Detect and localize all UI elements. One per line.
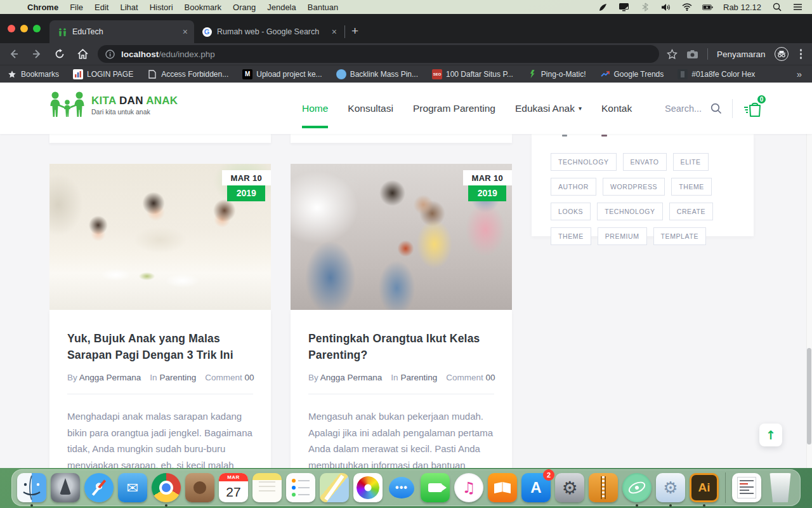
dock-chrome[interactable] [150,472,182,504]
tag-chip[interactable]: TECHNOLOGY [597,203,663,220]
bookmark-item[interactable]: Google Trends [593,69,671,79]
category-link[interactable]: Parenting [400,373,437,382]
article-image[interactable]: MAR 10 2019 [49,164,271,310]
author-link[interactable]: Angga Permana [79,373,141,382]
volume-icon[interactable] [660,3,671,12]
dock-facetime[interactable] [419,472,451,504]
scrollbar-thumb[interactable] [807,348,811,444]
dock-illustrator[interactable]: Ai [688,472,720,504]
dock-messages[interactable]: ••• [386,472,417,504]
home-icon[interactable] [74,45,91,63]
display-mirroring-icon[interactable] [619,3,629,12]
tab-google-search[interactable]: G Rumah web - Google Search × [194,20,343,43]
new-tab-button[interactable]: + [348,24,365,43]
bookmark-item[interactable]: Ping-o-Matic! [520,69,593,79]
dock-calendar[interactable]: MAR 27 [218,472,249,504]
minimize-window-button[interactable] [20,25,28,32]
scroll-to-top-button[interactable]: ↑ [759,424,782,446]
nav-home[interactable]: Home [302,83,328,134]
dock-maps[interactable] [318,472,350,504]
menu-orang[interactable]: Orang [227,3,261,12]
article-image[interactable]: MAR 10 2019 [291,164,512,310]
dock-system-preferences[interactable]: ⚙ [554,472,586,504]
dock-notes[interactable] [251,472,283,504]
site-logo[interactable]: KITA DAN ANAK Dari kita untuk anak [49,91,178,118]
bluetooth-icon[interactable] [639,3,650,12]
dock-launchpad[interactable] [49,472,81,504]
bookmark-item[interactable]: Backlink Mass Pin... [329,69,425,79]
zoom-window-button[interactable] [33,25,41,32]
tag-chip[interactable]: ENVATO [623,153,667,171]
bookmark-item[interactable]: #01a8fe Color Hex [671,69,762,79]
tag-chip[interactable]: THEME [671,178,712,196]
tag-chip[interactable]: TEMPLATE [653,227,706,245]
tab-edutech[interactable]: EduTech × [49,20,194,43]
nav-kontak[interactable]: Kontak [601,83,632,134]
dock-contacts[interactable] [184,472,216,504]
dock-ibooks[interactable] [487,472,518,504]
address-bar[interactable]: localhost/edu/index.php [98,45,659,63]
incognito-icon[interactable] [775,47,789,61]
article-title[interactable]: Yuk, Bujuk Anak yang Malas Sarapan Pagi … [67,330,253,363]
bookmark-item[interactable]: M Upload project ke... [235,69,329,79]
tab-close-icon[interactable]: × [183,27,188,37]
bookmark-item[interactable]: SEO 100 Daftar Situs P... [425,69,520,79]
bookmarks-overflow-chevron[interactable]: » [797,69,812,79]
reload-icon[interactable] [51,45,69,63]
category-link[interactable]: Parenting [159,373,196,382]
pen-icon[interactable] [598,3,608,12]
dock-archive-utility[interactable] [587,472,619,504]
search-icon[interactable] [710,103,722,114]
search-input[interactable] [665,104,704,114]
menubar-clock[interactable]: Rab 12.12 [723,3,761,12]
menu-chrome[interactable]: Chrome [22,3,64,12]
menu-file[interactable]: File [64,3,89,12]
menu-bantuan[interactable]: Bantuan [302,3,344,12]
dock-photos[interactable] [352,472,384,504]
menu-edit[interactable]: Edit [89,3,114,12]
battery-charging-icon[interactable] [702,3,713,12]
tag-chip[interactable]: THEME [551,227,591,245]
tag-chip[interactable]: AUTHOR [551,178,596,196]
bookmark-item[interactable]: LOGIN PAGE [66,69,140,79]
tab-close-icon[interactable]: × [332,27,337,37]
dock-finder[interactable] [16,472,48,504]
tag-chip[interactable]: LOOKS [551,203,591,220]
close-window-button[interactable] [8,25,15,32]
notification-center-icon[interactable] [792,3,803,12]
menu-histori[interactable]: Histori [144,3,179,12]
cart-button[interactable]: 0 [743,98,764,119]
spotlight-search-icon[interactable] [771,3,782,12]
dock-utility[interactable]: ⚙ [655,472,686,504]
dock-appstore[interactable]: 2 A [520,472,552,504]
dock-atom[interactable] [621,472,653,504]
tag-chip[interactable]: TECHNOLOGY [551,153,617,171]
menu-lihat[interactable]: Lihat [114,3,143,12]
page-scrollbar[interactable] [806,83,812,468]
chrome-menu-icon[interactable] [797,49,805,59]
author-link[interactable]: Angga Permana [320,373,383,382]
tag-chip[interactable]: PREMIUM [598,227,647,245]
nav-konsultasi[interactable]: Konsultasi [348,83,393,134]
bookmark-item[interactable]: Bookmarks [0,69,66,79]
tag-chip[interactable]: CREATE [669,203,713,220]
screenshot-camera-icon[interactable] [686,50,698,59]
wifi-icon[interactable] [681,3,692,12]
nav-edukasi-anak[interactable]: Edukasi Anak▾ [515,83,582,134]
menu-jendela[interactable]: Jendela [261,3,302,12]
nav-program-parenting[interactable]: Program Parenting [413,83,495,134]
article-title[interactable]: Pentingkah Orangtua Ikut Kelas Parenting… [308,330,494,363]
bookmark-item[interactable]: Access Forbidden... [140,69,235,79]
dock-document-file[interactable] [731,472,763,504]
dock-trash[interactable] [764,472,796,504]
page-info-icon[interactable] [105,50,115,59]
back-icon[interactable] [5,45,23,63]
menu-bookmark[interactable]: Bookmark [179,3,228,12]
dock-reminders[interactable] [285,472,317,504]
tag-chip[interactable]: WORDPRESS [603,178,665,196]
tag-chip[interactable]: ELITE [673,153,709,171]
dock-itunes[interactable]: ♫ [453,472,485,504]
forward-icon[interactable] [28,45,46,63]
bookmark-star-icon[interactable] [667,49,678,60]
dock-safari[interactable] [83,472,115,504]
